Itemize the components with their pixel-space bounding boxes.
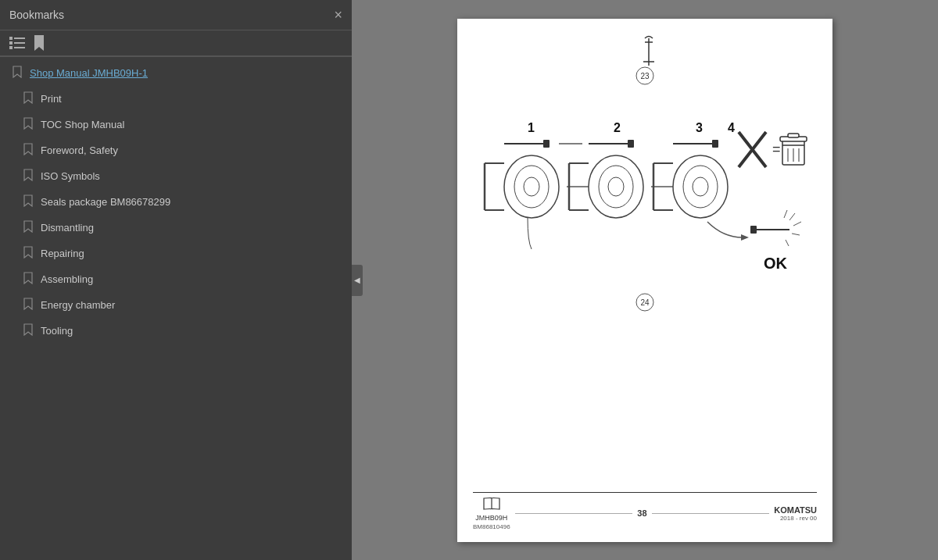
svg-line-56 <box>793 222 801 226</box>
bookmark-icon <box>23 91 33 106</box>
svg-line-57 <box>792 234 800 235</box>
circle-number-bottom: 24 <box>635 292 655 316</box>
svg-rect-3 <box>14 42 25 44</box>
svg-rect-4 <box>14 47 25 48</box>
svg-rect-15 <box>543 140 550 148</box>
bookmark-icon <box>23 220 33 235</box>
bookmark-icon <box>23 143 33 158</box>
svg-rect-5 <box>9 46 13 49</box>
bookmark-item-shop-manual[interactable]: Shop Manual JMHB09H-1 <box>0 60 352 86</box>
bookmark-item-repairing[interactable]: Repairing <box>0 241 352 266</box>
bookmark-label: Foreword, Safety <box>41 144 118 156</box>
bookmark-item-energy-chamber[interactable]: Energy chamber <box>0 292 352 318</box>
svg-rect-49 <box>788 134 799 137</box>
bookmark-icon <box>23 117 33 132</box>
main-content: 23 1 2 3 <box>352 0 938 560</box>
collapse-sidebar-button[interactable]: ◀ <box>352 265 363 296</box>
bookmark-label: Dismantling <box>41 222 94 234</box>
bookmark-label: Assembling <box>41 273 93 285</box>
sidebar-toolbar <box>0 30 352 56</box>
svg-text:OK: OK <box>764 255 788 272</box>
svg-rect-2 <box>14 37 25 39</box>
bookmark-view-button[interactable] <box>33 35 45 51</box>
sidebar-header: Bookmarks × <box>0 0 352 30</box>
svg-text:1: 1 <box>528 121 535 134</box>
bookmark-label: ISO Symbols <box>41 170 100 182</box>
svg-text:2: 2 <box>614 121 621 134</box>
svg-point-27 <box>608 177 624 196</box>
sidebar-title: Bookmarks <box>9 9 64 21</box>
bookmark-label: Energy chamber <box>41 299 115 311</box>
page-container: 23 1 2 3 <box>352 0 938 560</box>
bookmark-item-print[interactable]: Print <box>0 86 352 112</box>
svg-point-18 <box>524 177 539 196</box>
footer-page-number: 38 <box>637 508 646 518</box>
bookmark-icon <box>23 323 33 338</box>
footer-brand: KOMATSU <box>774 505 817 515</box>
bookmark-item-foreword-safety[interactable]: Foreword, Safety <box>0 137 352 163</box>
footer-doc-id: JMHB09H <box>475 514 507 522</box>
tool-icon-top <box>637 34 661 73</box>
svg-rect-33 <box>712 140 718 148</box>
footer-line-right <box>652 513 770 514</box>
svg-rect-53 <box>750 226 757 234</box>
diagram-area: 1 2 3 <box>473 116 817 288</box>
page-content: 23 1 2 3 <box>473 34 817 492</box>
bookmark-label: Repairing <box>41 248 84 259</box>
footer-book-icon <box>483 497 500 512</box>
close-button[interactable]: × <box>334 8 342 22</box>
bookmark-item-iso-symbols[interactable]: ISO Symbols <box>0 163 352 189</box>
svg-rect-1 <box>9 41 13 45</box>
bookmark-item-dismantling[interactable]: Dismantling <box>0 215 352 241</box>
bookmark-icon <box>13 66 22 80</box>
bookmark-item-assembling[interactable]: Assembling <box>0 266 352 292</box>
svg-point-36 <box>693 177 708 196</box>
bookmark-label: TOC Shop Manual <box>41 119 124 130</box>
bookmark-label: Tooling <box>41 325 73 337</box>
svg-text:23: 23 <box>640 72 650 80</box>
footer-right: KOMATSU 2018 - rev 00 <box>774 505 817 522</box>
footer-line-left <box>515 513 633 514</box>
footer-doc-sub: BM86810496 <box>473 523 510 530</box>
bookmark-list: Shop Manual JMHB09H-1PrintTOC Shop Manua… <box>0 57 352 560</box>
svg-rect-24 <box>628 140 634 148</box>
svg-rect-0 <box>9 37 13 40</box>
svg-line-55 <box>789 213 795 220</box>
svg-text:24: 24 <box>640 298 650 307</box>
svg-text:4: 4 <box>728 121 735 134</box>
bookmark-icon <box>23 298 33 312</box>
bookmark-item-toc-shop-manual[interactable]: TOC Shop Manual <box>0 112 352 137</box>
svg-line-58 <box>786 240 789 246</box>
page-footer: JMHB09H BM86810496 38 KOMATSU 2018 - rev… <box>473 492 817 530</box>
footer-left: JMHB09H BM86810496 <box>473 497 510 530</box>
sidebar: Bookmarks × Shop Manual JMHB09H-1PrintTO… <box>0 0 352 560</box>
bookmark-icon <box>23 194 33 209</box>
list-view-button[interactable] <box>9 37 25 49</box>
bookmark-icon <box>23 272 33 287</box>
bookmark-label: Shop Manual JMHB09H-1 <box>30 67 148 79</box>
bookmark-icon <box>23 169 33 184</box>
svg-text:=: = <box>772 141 781 157</box>
svg-text:3: 3 <box>696 121 703 134</box>
svg-line-54 <box>784 210 787 218</box>
bookmark-item-tooling[interactable]: Tooling <box>0 318 352 344</box>
document-page: 23 1 2 3 <box>457 19 832 542</box>
bookmark-label: Print <box>41 93 62 105</box>
bookmark-icon <box>23 246 33 261</box>
bookmark-label: Seals package BM86678299 <box>41 196 170 208</box>
svg-marker-51 <box>741 234 749 241</box>
bookmark-item-seals-package[interactable]: Seals package BM86678299 <box>0 189 352 215</box>
footer-year-rev: 2018 - rev 00 <box>780 515 817 522</box>
